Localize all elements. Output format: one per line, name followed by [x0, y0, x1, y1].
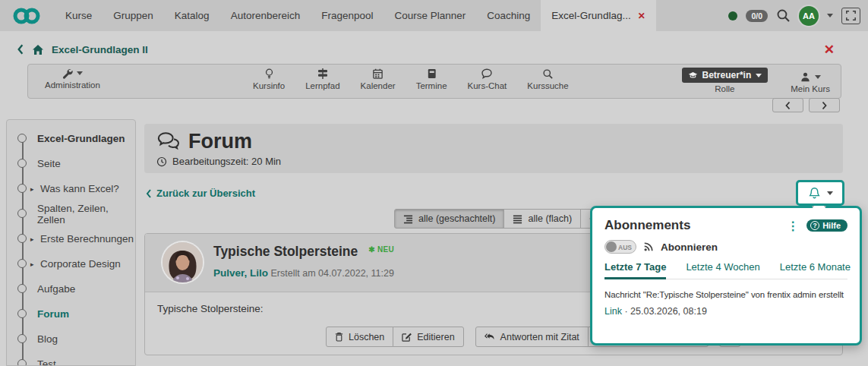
nav-tab-gruppen[interactable]: Gruppen: [103, 0, 164, 31]
nav-tab-label: Katalog: [175, 10, 210, 21]
expand-arrow-icon[interactable]: ▸: [30, 185, 34, 193]
nav-tab-course-planner[interactable]: Course Planner: [384, 0, 477, 31]
nested-list-icon: [403, 214, 413, 224]
forum-bubbles-icon: [156, 131, 181, 152]
flat-list-icon: [513, 214, 522, 224]
presence-status-dot: [728, 11, 737, 21]
button-label: Antworten mit Zitat: [500, 332, 579, 342]
delete-button[interactable]: Löschen: [326, 327, 393, 347]
brand-logo[interactable]: [0, 0, 55, 31]
sidebar-item-label: Was kann Excel?: [40, 183, 119, 194]
fullscreen-toggle-button[interactable]: [841, 8, 860, 24]
rss-icon: [643, 241, 654, 252]
nav-tab-label: Gruppen: [113, 10, 153, 21]
pager-next-button[interactable]: [809, 98, 840, 112]
nav-tab-coaching[interactable]: Coaching: [476, 0, 541, 31]
forum-header-panel: Forum Bearbeitungszeit: 20 Min: [144, 124, 843, 173]
tab-close-icon[interactable]: ✕: [638, 11, 645, 21]
toggle-state-label: AUS: [618, 244, 632, 251]
administration-menu[interactable]: Administration: [45, 68, 100, 90]
course-toolbar: Administration Kursinfo Lernpfad Kalende…: [27, 64, 841, 99]
sidebar-item-test[interactable]: Test: [7, 352, 135, 366]
nav-tab-label: Fragenpool: [321, 10, 373, 21]
sidebar-item-spalten-zeilen-zellen[interactable]: Spalten, Zeilen, Zellen: [7, 201, 135, 226]
view-tab-flat[interactable]: alle (flach): [503, 209, 581, 229]
notification-message: Nachricht "Re:Typische Stolpersteine" vo…: [604, 290, 847, 299]
post-title: Typische Stolpersteine: [213, 244, 358, 260]
toolbar-item-lernpfad[interactable]: Lernpfad: [305, 68, 339, 90]
help-badge[interactable]: ? Hilfe: [806, 219, 847, 232]
sidebar-item-forum[interactable]: Forum: [7, 301, 135, 327]
search-icon[interactable]: [776, 8, 791, 23]
back-to-overview-link[interactable]: Zurück zur Übersicht: [146, 188, 255, 199]
edit-button-group: Löschen Editieren: [326, 327, 464, 347]
pager-prev-button[interactable]: [772, 98, 803, 112]
toolbar-item-kalender[interactable]: Kalender: [361, 68, 396, 90]
nav-tab-autorenbereich[interactable]: Autorenbereich: [220, 0, 311, 31]
my-course-caret-icon: [815, 75, 821, 79]
popup-menu-dots-icon[interactable]: ⋮: [779, 219, 806, 233]
sidebar-item-was-kann-excel[interactable]: ▸Was kann Excel?: [7, 176, 135, 201]
nav-tab-fragenpool[interactable]: Fragenpool: [311, 0, 383, 31]
back-chevron-icon[interactable]: [17, 44, 24, 55]
sidebar-item-blog[interactable]: Blog: [7, 327, 135, 352]
toolbar-item-kurs-chat[interactable]: Kurs-Chat: [468, 68, 507, 90]
role-dropdown-button[interactable]: Betreuer*in: [682, 68, 769, 83]
toolbar-item-label: Kursinfo: [253, 81, 285, 90]
clock-icon: [156, 156, 167, 167]
home-icon[interactable]: [32, 44, 44, 55]
author-avatar[interactable]: [163, 242, 203, 282]
toolbar-right-group: Betreuer*in Rolle Mein Kurs: [682, 68, 830, 93]
signpost-icon: [317, 68, 329, 80]
search-icon: [542, 68, 554, 80]
subscribe-label[interactable]: Abonnieren: [661, 241, 718, 253]
course-close-icon[interactable]: ✕: [824, 43, 835, 56]
back-link-label: Zurück zur Übersicht: [156, 188, 255, 199]
reply-with-quote-button[interactable]: Antworten mit Zitat: [475, 327, 589, 347]
button-label: Löschen: [349, 332, 384, 342]
node-circle-icon: [17, 259, 27, 268]
course-nav-sidebar: Excel-Grundlagen Seite ▸Was kann Excel? …: [6, 119, 136, 366]
tab-letzte-4-wochen[interactable]: Letzte 4 Wochen: [686, 261, 759, 279]
edit-pencil-icon: [402, 332, 412, 342]
notification-link[interactable]: Link: [604, 306, 622, 317]
sidebar-item-excel-grundlagen[interactable]: Excel-Grundlagen: [7, 126, 135, 151]
sidebar-item-seite[interactable]: Seite: [7, 151, 135, 176]
sidebar-item-label: Blog: [37, 333, 58, 345]
sidebar-item-erste-berechnungen[interactable]: ▸Erste Berechnungen: [7, 226, 135, 251]
sidebar-item-aufgabe[interactable]: Aufgabe: [7, 276, 135, 301]
back-chevron-icon: [146, 189, 152, 198]
tab-letzte-7-tage[interactable]: Letzte 7 Tage: [604, 261, 666, 279]
my-course-menu[interactable]: Mein Kurs: [791, 71, 830, 93]
post-author-link[interactable]: Pulver, Lilo: [213, 267, 268, 279]
toolbar-item-label: Kalender: [361, 81, 396, 90]
edit-button[interactable]: Editieren: [393, 327, 463, 347]
toolbar-item-kurssuche[interactable]: Kurssuche: [527, 68, 568, 90]
forum-page-title: Forum: [188, 130, 252, 153]
expand-arrow-icon[interactable]: ▸: [30, 235, 34, 243]
popup-title: Abonnements: [604, 218, 779, 233]
person-icon: [800, 71, 811, 83]
user-avatar[interactable]: AA: [799, 6, 819, 26]
chat-count-badge[interactable]: 0/0: [746, 10, 768, 22]
tab-letzte-6-monate[interactable]: Letzte 6 Monate: [780, 261, 851, 279]
subscribe-toggle[interactable]: AUS: [604, 240, 636, 254]
node-circle-icon: [17, 184, 27, 193]
subscription-bell-button[interactable]: [796, 180, 844, 206]
sidebar-item-label: Seite: [37, 158, 61, 169]
toolbar-item-termine[interactable]: Termine: [416, 68, 447, 90]
view-tab-nested[interactable]: alle (geschachtelt): [394, 209, 504, 229]
user-menu-caret-icon[interactable]: [827, 14, 833, 17]
nav-tab-katalog[interactable]: Katalog: [164, 0, 220, 31]
course-title-breadcrumb[interactable]: Excel-Grundlagen II: [52, 44, 148, 55]
nav-tab-kurse[interactable]: Kurse: [55, 0, 103, 31]
nav-tab-excel-grundlagen-active[interactable]: Excel-Grundlag... ✕: [541, 0, 655, 31]
view-tab-label: alle (flach): [528, 213, 572, 224]
sidebar-item-corporate-design[interactable]: ▸Corporate Design: [7, 251, 135, 276]
question-circle-icon: ?: [810, 221, 819, 230]
post-created-text: Erstellt am 04.07.2022, 11:29: [271, 268, 394, 279]
nav-tab-label: Course Planner: [395, 10, 466, 21]
forum-duration-text: Bearbeitungszeit: 20 Min: [172, 156, 281, 167]
toolbar-item-kursinfo[interactable]: Kursinfo: [253, 68, 285, 90]
expand-arrow-icon[interactable]: ▸: [30, 260, 34, 268]
